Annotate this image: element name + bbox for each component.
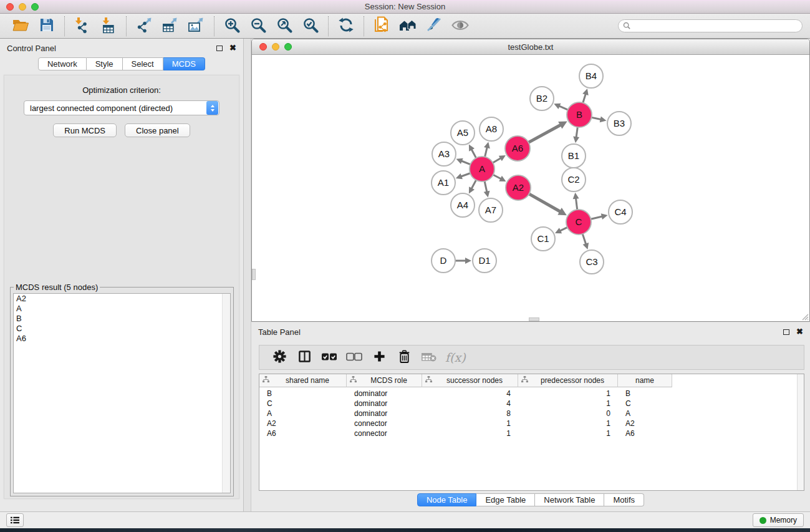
close-window-button[interactable] bbox=[6, 3, 14, 11]
function-builder-button[interactable]: f(x) bbox=[441, 347, 470, 368]
open-file-button[interactable] bbox=[7, 15, 34, 37]
memory-button[interactable]: Memory bbox=[753, 513, 804, 527]
edge-C-C2[interactable] bbox=[573, 193, 579, 211]
node-B1[interactable]: B1 bbox=[562, 144, 586, 168]
table-row[interactable]: Bdominator41B bbox=[259, 389, 804, 399]
edge-C-C4[interactable] bbox=[590, 213, 608, 220]
node-A5[interactable]: A5 bbox=[451, 121, 475, 145]
mcds-result-item[interactable]: A2 bbox=[14, 294, 230, 304]
network-close-button[interactable] bbox=[259, 43, 267, 51]
task-history-button[interactable] bbox=[6, 513, 24, 527]
node-A6[interactable]: A6 bbox=[505, 136, 530, 161]
network-minimize-button[interactable] bbox=[272, 43, 279, 51]
node-A4[interactable]: A4 bbox=[451, 193, 475, 217]
run-mcds-button[interactable]: Run MCDS bbox=[53, 123, 117, 137]
edge-D-D1[interactable] bbox=[454, 258, 471, 264]
tab-select[interactable]: Select bbox=[123, 57, 163, 70]
split-columns-button[interactable] bbox=[292, 347, 317, 368]
edge-C-C3[interactable] bbox=[582, 233, 589, 249]
vertical-scrollbar-nub[interactable] bbox=[252, 269, 256, 280]
mcds-result-item[interactable]: B bbox=[14, 314, 230, 324]
node-A3[interactable]: A3 bbox=[432, 142, 456, 166]
column-header-shared-name[interactable]: shared name bbox=[259, 374, 347, 387]
node-D[interactable]: D bbox=[432, 249, 455, 273]
network-graph[interactable]: B4B2BB3B1A5A8A6A3AA1A4A7A2C2C4CC1C3DD1 bbox=[252, 56, 809, 321]
node-C2[interactable]: C2 bbox=[562, 168, 586, 191]
node-A2[interactable]: A2 bbox=[506, 175, 531, 200]
edge-A-A4[interactable] bbox=[469, 179, 477, 194]
edge-B-B2[interactable] bbox=[554, 104, 569, 110]
edge-A-A8[interactable] bbox=[484, 142, 490, 158]
delete-table-button[interactable] bbox=[417, 347, 441, 368]
edge-A-A6[interactable] bbox=[492, 155, 506, 163]
edge-A-A3[interactable] bbox=[456, 158, 472, 165]
home-button[interactable] bbox=[395, 15, 421, 37]
zoom-out-button[interactable] bbox=[245, 15, 271, 37]
edge-A2-C[interactable] bbox=[528, 193, 567, 215]
edge-A-A5[interactable] bbox=[469, 145, 477, 160]
close-panel-button[interactable]: Close panel bbox=[125, 123, 190, 137]
table-row[interactable]: Cdominator41C bbox=[259, 399, 804, 409]
column-header-predecessor-nodes[interactable]: predecessor nodes bbox=[518, 374, 618, 387]
table-row[interactable]: A2connector11A2 bbox=[259, 418, 804, 428]
node-B3[interactable]: B3 bbox=[607, 112, 631, 135]
network-zoom-button[interactable] bbox=[284, 43, 292, 51]
node-A8[interactable]: A8 bbox=[480, 117, 503, 141]
export-image-button[interactable] bbox=[183, 15, 210, 37]
node-A[interactable]: A bbox=[470, 157, 494, 181]
table-tab-edge-table[interactable]: Edge Table bbox=[476, 493, 535, 506]
edge-B-B1[interactable] bbox=[573, 126, 579, 143]
table-row[interactable]: Adominator80A bbox=[259, 409, 804, 418]
show-graphics-details-button[interactable] bbox=[447, 15, 473, 37]
resize-grip-icon[interactable] bbox=[800, 312, 809, 321]
new-network-from-selection-button[interactable] bbox=[369, 15, 395, 37]
edge-C-C1[interactable] bbox=[555, 227, 569, 234]
tab-network[interactable]: Network bbox=[38, 57, 87, 70]
save-session-button[interactable] bbox=[34, 15, 60, 37]
edge-B-B3[interactable] bbox=[591, 116, 607, 122]
import-table-button[interactable] bbox=[95, 15, 122, 37]
search-input[interactable] bbox=[633, 21, 798, 31]
export-table-button[interactable] bbox=[157, 15, 183, 37]
tab-style[interactable]: Style bbox=[87, 57, 123, 70]
search-field[interactable] bbox=[618, 19, 803, 32]
edge-A6-B[interactable] bbox=[528, 122, 567, 143]
criterion-select[interactable]: largest connected component (directed) bbox=[24, 100, 219, 115]
node-A1[interactable]: A1 bbox=[432, 171, 455, 195]
minimize-window-button[interactable] bbox=[19, 3, 26, 11]
node-B[interactable]: B bbox=[567, 102, 592, 127]
refresh-button[interactable] bbox=[333, 15, 359, 37]
select-all-button[interactable] bbox=[317, 347, 342, 368]
float-panel-icon[interactable] bbox=[216, 46, 223, 51]
node-C[interactable]: C bbox=[566, 210, 591, 235]
gear-button[interactable] bbox=[267, 347, 292, 368]
float-table-panel-icon[interactable] bbox=[783, 329, 789, 335]
edge-A-A1[interactable] bbox=[456, 173, 471, 179]
table-tab-network-table[interactable]: Network Table bbox=[535, 493, 604, 506]
hide-style-button[interactable] bbox=[421, 15, 447, 37]
column-header-name[interactable]: name bbox=[618, 374, 672, 387]
mcds-result-item[interactable]: A6 bbox=[14, 334, 230, 344]
mcds-result-item[interactable]: A bbox=[14, 304, 230, 314]
zoom-fit-button[interactable] bbox=[271, 15, 297, 37]
zoom-in-button[interactable] bbox=[219, 15, 245, 37]
close-table-panel-icon[interactable]: ✖ bbox=[796, 329, 803, 335]
network-canvas[interactable]: B4B2BB3B1A5A8A6A3AA1A4A7A2C2C4CC1C3DD1 bbox=[252, 56, 809, 321]
table-tab-motifs[interactable]: Motifs bbox=[604, 493, 644, 506]
node-B2[interactable]: B2 bbox=[530, 87, 554, 110]
delete-row-button[interactable] bbox=[392, 347, 417, 368]
import-network-button[interactable] bbox=[69, 15, 95, 37]
node-C4[interactable]: C4 bbox=[609, 200, 632, 224]
panel-divider[interactable] bbox=[244, 39, 251, 511]
deselect-all-button[interactable] bbox=[342, 347, 367, 368]
table-tab-node-table[interactable]: Node Table bbox=[417, 493, 477, 506]
column-header-successor-nodes[interactable]: successor nodes bbox=[422, 374, 518, 387]
edge-A-A7[interactable] bbox=[484, 180, 490, 198]
tab-mcds[interactable]: MCDS bbox=[163, 57, 205, 70]
zoom-selected-button[interactable] bbox=[297, 15, 324, 37]
edge-A-A2[interactable] bbox=[492, 174, 506, 181]
table-scrollbar[interactable] bbox=[797, 374, 804, 490]
export-network-button[interactable] bbox=[131, 15, 157, 37]
edge-B-B4[interactable] bbox=[582, 89, 589, 104]
mcds-result-item[interactable]: C bbox=[14, 324, 230, 334]
